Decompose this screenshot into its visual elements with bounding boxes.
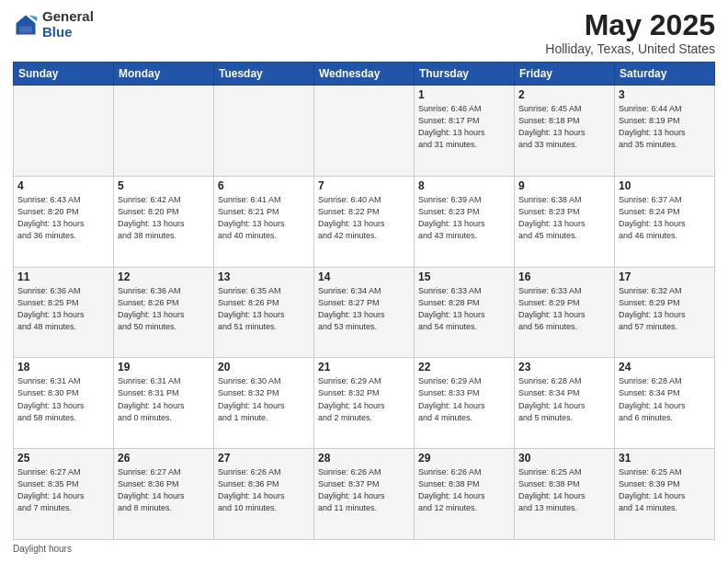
day-info: Sunrise: 6:26 AM Sunset: 8:38 PM Dayligh… [418, 466, 510, 514]
logo: General Blue [13, 9, 94, 40]
day-number: 26 [118, 452, 210, 465]
calendar-cell [214, 86, 314, 177]
calendar-cell: 16Sunrise: 6:33 AM Sunset: 8:29 PM Dayli… [515, 267, 615, 358]
day-info: Sunrise: 6:25 AM Sunset: 8:38 PM Dayligh… [518, 466, 610, 514]
day-number: 11 [17, 270, 109, 283]
day-number: 18 [17, 361, 109, 373]
calendar-cell: 2Sunrise: 6:45 AM Sunset: 8:18 PM Daylig… [515, 86, 615, 177]
calendar-cell: 15Sunrise: 6:33 AM Sunset: 8:28 PM Dayli… [415, 267, 515, 358]
day-number: 27 [218, 452, 310, 465]
day-info: Sunrise: 6:25 AM Sunset: 8:39 PM Dayligh… [619, 466, 711, 514]
day-info: Sunrise: 6:40 AM Sunset: 8:22 PM Dayligh… [318, 194, 410, 242]
day-number: 6 [218, 179, 310, 192]
day-number: 7 [318, 179, 410, 192]
col-saturday: Saturday [615, 63, 715, 86]
logo-blue-text: Blue [42, 25, 94, 40]
calendar-table: Sunday Monday Tuesday Wednesday Thursday… [13, 62, 715, 540]
calendar-cell: 1Sunrise: 6:46 AM Sunset: 8:17 PM Daylig… [415, 86, 515, 177]
day-number: 17 [619, 270, 711, 283]
calendar-cell: 29Sunrise: 6:26 AM Sunset: 8:38 PM Dayli… [415, 449, 515, 540]
location: Holliday, Texas, United States [545, 41, 715, 56]
day-info: Sunrise: 6:30 AM Sunset: 8:32 PM Dayligh… [218, 375, 310, 423]
calendar-week-1: 1Sunrise: 6:46 AM Sunset: 8:17 PM Daylig… [14, 86, 715, 177]
day-number: 9 [518, 179, 610, 192]
calendar-cell: 21Sunrise: 6:29 AM Sunset: 8:32 PM Dayli… [314, 358, 415, 449]
day-number: 28 [318, 452, 410, 465]
calendar-cell: 6Sunrise: 6:41 AM Sunset: 8:21 PM Daylig… [214, 176, 314, 267]
calendar-week-4: 18Sunrise: 6:31 AM Sunset: 8:30 PM Dayli… [14, 358, 715, 449]
header: General Blue May 2025 Holliday, Texas, U… [13, 9, 715, 56]
calendar-cell: 8Sunrise: 6:39 AM Sunset: 8:23 PM Daylig… [415, 176, 515, 267]
day-number: 8 [418, 179, 510, 192]
day-info: Sunrise: 6:34 AM Sunset: 8:27 PM Dayligh… [318, 285, 410, 333]
day-number: 20 [218, 361, 310, 373]
day-number: 14 [318, 270, 410, 283]
logo-general-text: General [42, 9, 94, 25]
day-info: Sunrise: 6:39 AM Sunset: 8:23 PM Dayligh… [418, 194, 510, 242]
calendar-cell: 20Sunrise: 6:30 AM Sunset: 8:32 PM Dayli… [214, 358, 314, 449]
calendar-cell: 18Sunrise: 6:31 AM Sunset: 8:30 PM Dayli… [14, 358, 114, 449]
logo-text: General Blue [42, 9, 94, 40]
day-info: Sunrise: 6:36 AM Sunset: 8:25 PM Dayligh… [17, 285, 109, 333]
day-info: Sunrise: 6:27 AM Sunset: 8:35 PM Dayligh… [17, 466, 109, 514]
day-info: Sunrise: 6:38 AM Sunset: 8:23 PM Dayligh… [518, 194, 610, 242]
day-info: Sunrise: 6:35 AM Sunset: 8:26 PM Dayligh… [218, 285, 310, 333]
calendar-cell [314, 86, 415, 177]
day-info: Sunrise: 6:33 AM Sunset: 8:28 PM Dayligh… [418, 285, 510, 333]
calendar-cell: 28Sunrise: 6:26 AM Sunset: 8:37 PM Dayli… [314, 449, 415, 540]
page: General Blue May 2025 Holliday, Texas, U… [0, 0, 728, 563]
day-number: 5 [118, 179, 210, 192]
col-tuesday: Tuesday [214, 63, 314, 86]
day-number: 12 [118, 270, 210, 283]
title-block: May 2025 Holliday, Texas, United States [545, 9, 715, 56]
day-number: 25 [17, 452, 109, 465]
day-number: 15 [418, 270, 510, 283]
day-number: 29 [418, 452, 510, 465]
calendar-cell: 9Sunrise: 6:38 AM Sunset: 8:23 PM Daylig… [515, 176, 615, 267]
footer: Daylight hours [13, 544, 715, 554]
day-number: 13 [218, 270, 310, 283]
day-number: 16 [518, 270, 610, 283]
calendar-cell: 3Sunrise: 6:44 AM Sunset: 8:19 PM Daylig… [615, 86, 715, 177]
calendar-cell: 11Sunrise: 6:36 AM Sunset: 8:25 PM Dayli… [14, 267, 114, 358]
day-info: Sunrise: 6:42 AM Sunset: 8:20 PM Dayligh… [118, 194, 210, 242]
day-number: 22 [418, 361, 510, 373]
day-number: 21 [318, 361, 410, 373]
day-info: Sunrise: 6:37 AM Sunset: 8:24 PM Dayligh… [619, 194, 711, 242]
calendar-week-5: 25Sunrise: 6:27 AM Sunset: 8:35 PM Dayli… [14, 449, 715, 540]
day-number: 2 [518, 88, 610, 101]
day-number: 3 [619, 88, 711, 101]
calendar-cell: 25Sunrise: 6:27 AM Sunset: 8:35 PM Dayli… [14, 449, 114, 540]
day-info: Sunrise: 6:43 AM Sunset: 8:20 PM Dayligh… [17, 194, 109, 242]
calendar-cell: 23Sunrise: 6:28 AM Sunset: 8:34 PM Dayli… [515, 358, 615, 449]
col-wednesday: Wednesday [314, 63, 415, 86]
day-info: Sunrise: 6:41 AM Sunset: 8:21 PM Dayligh… [218, 194, 310, 242]
calendar-cell [114, 86, 214, 177]
day-info: Sunrise: 6:31 AM Sunset: 8:30 PM Dayligh… [17, 375, 109, 423]
calendar-cell: 7Sunrise: 6:40 AM Sunset: 8:22 PM Daylig… [314, 176, 415, 267]
day-number: 30 [518, 452, 610, 465]
calendar-week-2: 4Sunrise: 6:43 AM Sunset: 8:20 PM Daylig… [14, 176, 715, 267]
calendar-cell [14, 86, 114, 177]
calendar-cell: 30Sunrise: 6:25 AM Sunset: 8:38 PM Dayli… [515, 449, 615, 540]
calendar-cell: 24Sunrise: 6:28 AM Sunset: 8:34 PM Dayli… [615, 358, 715, 449]
day-info: Sunrise: 6:27 AM Sunset: 8:36 PM Dayligh… [118, 466, 210, 514]
col-friday: Friday [515, 63, 615, 86]
day-info: Sunrise: 6:26 AM Sunset: 8:37 PM Dayligh… [318, 466, 410, 514]
calendar-cell: 26Sunrise: 6:27 AM Sunset: 8:36 PM Dayli… [114, 449, 214, 540]
calendar-cell: 10Sunrise: 6:37 AM Sunset: 8:24 PM Dayli… [615, 176, 715, 267]
calendar-cell: 13Sunrise: 6:35 AM Sunset: 8:26 PM Dayli… [214, 267, 314, 358]
day-info: Sunrise: 6:36 AM Sunset: 8:26 PM Dayligh… [118, 285, 210, 333]
calendar-cell: 12Sunrise: 6:36 AM Sunset: 8:26 PM Dayli… [114, 267, 214, 358]
month-title: May 2025 [545, 9, 715, 41]
day-info: Sunrise: 6:33 AM Sunset: 8:29 PM Dayligh… [518, 285, 610, 333]
day-number: 1 [418, 88, 510, 101]
day-info: Sunrise: 6:29 AM Sunset: 8:32 PM Dayligh… [318, 375, 410, 423]
day-info: Sunrise: 6:26 AM Sunset: 8:36 PM Dayligh… [218, 466, 310, 514]
logo-icon [13, 12, 39, 38]
calendar-cell: 17Sunrise: 6:32 AM Sunset: 8:29 PM Dayli… [615, 267, 715, 358]
day-number: 10 [619, 179, 711, 192]
calendar-cell: 22Sunrise: 6:29 AM Sunset: 8:33 PM Dayli… [415, 358, 515, 449]
day-info: Sunrise: 6:44 AM Sunset: 8:19 PM Dayligh… [619, 103, 711, 151]
calendar-cell: 4Sunrise: 6:43 AM Sunset: 8:20 PM Daylig… [14, 176, 114, 267]
